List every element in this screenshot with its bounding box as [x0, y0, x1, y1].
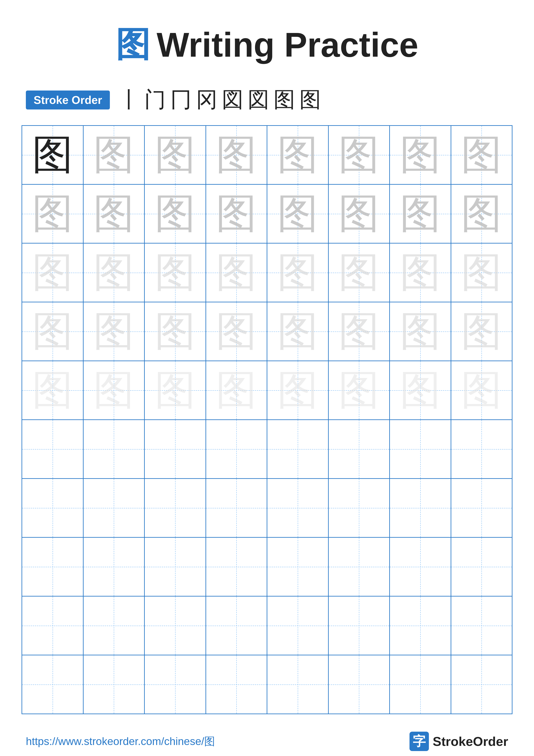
grid-cell-6-6[interactable]: [329, 420, 390, 478]
grid-cell-4-7[interactable]: 图: [390, 302, 451, 361]
grid-cell-3-1[interactable]: 图: [22, 244, 84, 302]
practice-char: 图: [277, 245, 318, 300]
practice-char: 图: [400, 186, 441, 241]
practice-char: 图: [277, 304, 318, 359]
grid-cell-1-1[interactable]: 图: [22, 126, 84, 184]
grid-cell-1-6[interactable]: 图: [329, 126, 390, 184]
grid-cell-2-8[interactable]: 图: [451, 185, 512, 243]
grid-cell-3-4[interactable]: 图: [206, 244, 267, 302]
grid-cell-8-1[interactable]: [22, 538, 84, 596]
grid-cell-7-7[interactable]: [390, 479, 451, 537]
grid-cell-4-2[interactable]: 图: [84, 302, 145, 361]
stroke-step-6: 図: [248, 85, 269, 115]
footer-url-link[interactable]: https://www.strokeorder.com/chinese/图: [26, 734, 215, 749]
grid-cell-5-6[interactable]: 图: [329, 361, 390, 419]
grid-cell-2-6[interactable]: 图: [329, 185, 390, 243]
grid-cell-1-7[interactable]: 图: [390, 126, 451, 184]
grid-cell-7-1[interactable]: [22, 479, 84, 537]
grid-cell-5-3[interactable]: 图: [145, 361, 206, 419]
practice-char: 图: [216, 304, 257, 359]
grid-cell-9-1[interactable]: [22, 597, 84, 655]
grid-cell-8-5[interactable]: [267, 538, 329, 596]
grid-cell-9-7[interactable]: [390, 597, 451, 655]
grid-cell-8-7[interactable]: [390, 538, 451, 596]
grid-cell-4-6[interactable]: 图: [329, 302, 390, 361]
grid-cell-9-3[interactable]: [145, 597, 206, 655]
grid-cell-2-4[interactable]: 图: [206, 185, 267, 243]
grid-cell-6-8[interactable]: [451, 420, 512, 478]
grid-cell-1-4[interactable]: 图: [206, 126, 267, 184]
grid-cell-7-6[interactable]: [329, 479, 390, 537]
grid-cell-3-2[interactable]: 图: [84, 244, 145, 302]
grid-cell-8-3[interactable]: [145, 538, 206, 596]
grid-cell-9-4[interactable]: [206, 597, 267, 655]
grid-cell-2-2[interactable]: 图: [84, 185, 145, 243]
grid-row-2: 图 图 图 图 图 图 图 图: [22, 185, 512, 244]
grid-cell-7-3[interactable]: [145, 479, 206, 537]
grid-cell-9-8[interactable]: [451, 597, 512, 655]
grid-cell-2-5[interactable]: 图: [267, 185, 329, 243]
practice-char: 图: [216, 245, 257, 300]
grid-cell-4-1[interactable]: 图: [22, 302, 84, 361]
practice-char: 图: [93, 186, 134, 241]
grid-cell-1-5[interactable]: 图: [267, 126, 329, 184]
practice-char: 图: [277, 186, 318, 241]
grid-cell-2-7[interactable]: 图: [390, 185, 451, 243]
grid-cell-8-2[interactable]: [84, 538, 145, 596]
grid-cell-10-2[interactable]: [84, 655, 145, 714]
grid-cell-6-7[interactable]: [390, 420, 451, 478]
grid-cell-9-6[interactable]: [329, 597, 390, 655]
practice-grid[interactable]: 图 图 图 图 图 图 图 图: [21, 125, 513, 714]
grid-cell-7-8[interactable]: [451, 479, 512, 537]
grid-cell-6-4[interactable]: [206, 420, 267, 478]
practice-char: 图: [155, 127, 195, 182]
grid-cell-4-5[interactable]: 图: [267, 302, 329, 361]
practice-char: 图: [155, 245, 195, 300]
grid-cell-3-8[interactable]: 图: [451, 244, 512, 302]
grid-cell-8-6[interactable]: [329, 538, 390, 596]
grid-cell-8-8[interactable]: [451, 538, 512, 596]
grid-cell-3-3[interactable]: 图: [145, 244, 206, 302]
grid-cell-10-7[interactable]: [390, 655, 451, 714]
grid-cell-3-5[interactable]: 图: [267, 244, 329, 302]
grid-cell-1-2[interactable]: 图: [84, 126, 145, 184]
practice-char: 图: [216, 186, 257, 241]
grid-cell-7-2[interactable]: [84, 479, 145, 537]
grid-cell-2-3[interactable]: 图: [145, 185, 206, 243]
grid-cell-4-4[interactable]: 图: [206, 302, 267, 361]
grid-cell-7-4[interactable]: [206, 479, 267, 537]
header-title-text: Writing Practice: [157, 25, 418, 65]
practice-char: 图: [400, 304, 441, 359]
grid-cell-6-5[interactable]: [267, 420, 329, 478]
grid-cell-6-1[interactable]: [22, 420, 84, 478]
grid-cell-5-1[interactable]: 图: [22, 361, 84, 419]
grid-cell-9-2[interactable]: [84, 597, 145, 655]
grid-cell-3-7[interactable]: 图: [390, 244, 451, 302]
grid-cell-5-5[interactable]: 图: [267, 361, 329, 419]
grid-cell-3-6[interactable]: 图: [329, 244, 390, 302]
practice-char: 图: [32, 245, 73, 300]
footer-brand-name: StrokeOrder: [433, 734, 508, 749]
grid-cell-5-4[interactable]: 图: [206, 361, 267, 419]
grid-cell-9-5[interactable]: [267, 597, 329, 655]
grid-cell-4-8[interactable]: 图: [451, 302, 512, 361]
grid-cell-6-3[interactable]: [145, 420, 206, 478]
grid-cell-2-1[interactable]: 图: [22, 185, 84, 243]
grid-cell-4-3[interactable]: 图: [145, 302, 206, 361]
grid-cell-6-2[interactable]: [84, 420, 145, 478]
grid-cell-5-8[interactable]: 图: [451, 361, 512, 419]
grid-cell-1-8[interactable]: 图: [451, 126, 512, 184]
grid-cell-1-3[interactable]: 图: [145, 126, 206, 184]
grid-cell-10-4[interactable]: [206, 655, 267, 714]
grid-cell-10-5[interactable]: [267, 655, 329, 714]
grid-cell-5-7[interactable]: 图: [390, 361, 451, 419]
grid-cell-8-4[interactable]: [206, 538, 267, 596]
practice-char: 图: [277, 127, 318, 182]
grid-cell-10-6[interactable]: [329, 655, 390, 714]
stroke-step-5: 図: [222, 85, 243, 115]
grid-cell-10-3[interactable]: [145, 655, 206, 714]
grid-cell-10-8[interactable]: [451, 655, 512, 714]
grid-cell-10-1[interactable]: [22, 655, 84, 714]
grid-cell-7-5[interactable]: [267, 479, 329, 537]
grid-cell-5-2[interactable]: 图: [84, 361, 145, 419]
